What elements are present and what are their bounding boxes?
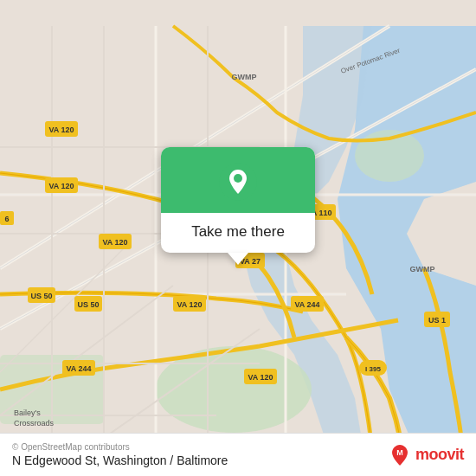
popup-triangle — [228, 253, 248, 265]
location-text: N Edgewood St, Washington / Baltimore — [12, 453, 228, 467]
popup-label[interactable]: Take me there — [161, 213, 315, 253]
svg-text:6: 6 — [4, 215, 9, 223]
svg-text:US 50: US 50 — [30, 292, 52, 300]
copyright-text: © OpenStreetMap contributors — [12, 442, 228, 452]
svg-text:Crossroads: Crossroads — [14, 419, 55, 428]
svg-text:VA 120: VA 120 — [248, 373, 273, 382]
svg-text:VA 120: VA 120 — [48, 182, 74, 190]
svg-text:M: M — [396, 448, 403, 457]
popup-card[interactable]: Take me there — [161, 147, 315, 265]
svg-text:VA 120: VA 120 — [177, 300, 202, 309]
svg-text:GWMP: GWMP — [232, 73, 257, 81]
svg-text:I 395: I 395 — [365, 365, 381, 373]
svg-text:GWMP: GWMP — [410, 265, 435, 273]
popup-box[interactable]: Take me there — [161, 147, 315, 253]
location-pin-icon — [219, 163, 257, 201]
svg-text:VA 120: VA 120 — [48, 125, 74, 134]
popup-green-section — [161, 147, 315, 213]
svg-text:VA 244: VA 244 — [294, 300, 319, 309]
bottom-bar: © OpenStreetMap contributors N Edgewood … — [0, 433, 476, 476]
svg-point-58 — [234, 174, 242, 183]
svg-text:VA 244: VA 244 — [66, 364, 91, 373]
moovit-logo[interactable]: M moovit — [388, 443, 464, 467]
svg-text:VA 120: VA 120 — [102, 238, 127, 247]
svg-text:Bailey's: Bailey's — [14, 408, 41, 417]
svg-text:US 1: US 1 — [428, 316, 446, 325]
map-container: VA 120 VA 120 VA 120 VA 120 VA 120 VA 11… — [0, 0, 476, 476]
moovit-logo-text: moovit — [415, 446, 464, 464]
moovit-logo-icon: M — [388, 443, 412, 467]
bottom-info: © OpenStreetMap contributors N Edgewood … — [12, 442, 228, 467]
svg-text:US 50: US 50 — [77, 300, 99, 309]
